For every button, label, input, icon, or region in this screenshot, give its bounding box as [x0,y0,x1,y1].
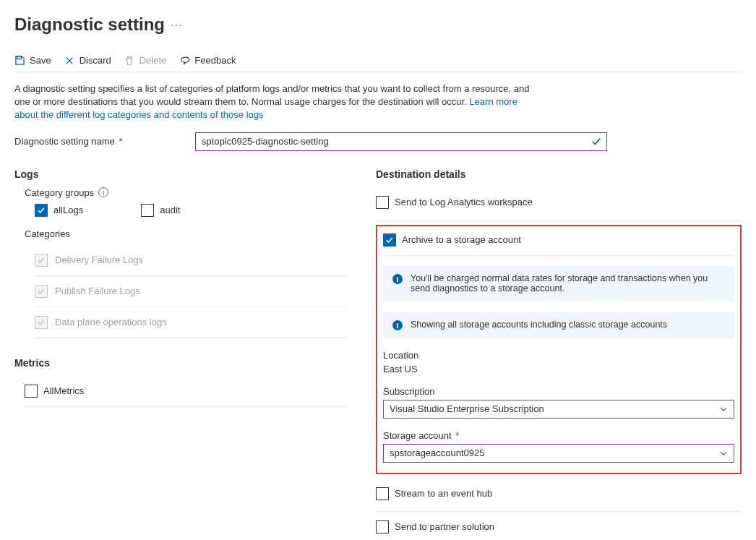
page-title: Diagnostic setting [14,14,165,35]
feedback-label: Feedback [194,55,236,66]
categories-label: Categories [25,228,347,239]
archive-label: Archive to a storage account [402,234,521,245]
category-checkbox [35,254,48,267]
chevron-down-icon [719,405,728,413]
location-label: Location [383,350,734,361]
setting-name-input[interactable] [195,132,607,151]
storage-select[interactable]: spstorageaccount0925 [383,444,734,463]
audit-label: audit [160,205,180,215]
category-groups-label: Category groups [25,187,94,198]
logs-heading: Logs [14,168,347,180]
info-icon: i [392,273,403,285]
eventhub-label: Stream to an event hub [395,488,492,499]
description-text: A diagnostic setting specifies a list of… [14,82,535,122]
storage-value: spstorageaccount0925 [390,447,485,458]
archive-highlight: Archive to a storage account i You'll be… [376,225,742,474]
send-law-label: Send to Log Analytics workspace [395,197,533,207]
info-banner: i You'll be charged normal data rates fo… [383,266,734,301]
svg-rect-0 [17,56,22,59]
alllogs-label: allLogs [53,205,83,215]
feedback-icon [179,55,190,66]
feedback-button[interactable]: Feedback [179,55,236,66]
send-law-checkbox[interactable]: Send to Log Analytics workspace [376,196,533,209]
svg-text:i: i [396,275,398,283]
save-button[interactable]: Save [14,55,51,66]
location-value: East US [383,364,734,374]
discard-label: Discard [80,55,111,66]
subscription-label: Subscription [383,386,734,397]
close-icon [64,55,75,66]
metrics-heading: Metrics [14,357,347,369]
partner-checkbox[interactable]: Send to partner solution [376,520,494,533]
delete-button: Delete [124,55,167,66]
chevron-down-icon [719,449,728,458]
allmetrics-label: AllMetrics [43,385,84,396]
info-icon: i [392,320,403,331]
svg-text:i: i [396,321,398,330]
save-icon [14,55,25,66]
toolbar: Save Discard Delete Feedback [14,49,742,72]
info-banner: i Showing all storage accounts including… [383,312,734,338]
audit-checkbox[interactable]: audit [141,204,180,217]
check-icon [591,137,601,147]
alllogs-checkbox[interactable]: allLogs [35,204,83,217]
category-checkbox [35,316,48,329]
more-menu-icon[interactable]: ··· [171,19,184,30]
destination-heading: Destination details [376,168,742,180]
setting-name-label: Diagnostic setting name * [14,136,166,147]
trash-icon [124,55,135,66]
category-checkbox [35,285,48,298]
storage-label: Storage account * [383,430,734,441]
archive-checkbox[interactable]: Archive to a storage account [383,233,521,247]
info-text: You'll be charged normal data rates for … [411,273,726,293]
info-icon[interactable]: i [98,187,108,197]
category-label: Publish Failure Logs [55,286,140,296]
info-text: Showing all storage accounts including c… [411,320,667,330]
category-label: Data plane operations logs [55,317,167,327]
category-label: Delivery Failure Logs [55,254,143,265]
eventhub-checkbox[interactable]: Stream to an event hub [376,487,492,500]
discard-button[interactable]: Discard [64,55,111,66]
subscription-select[interactable]: Visual Studio Enterprise Subscription [383,400,734,419]
allmetrics-checkbox[interactable]: AllMetrics [25,385,84,398]
delete-label: Delete [139,55,167,66]
subscription-value: Visual Studio Enterprise Subscription [390,403,544,414]
save-label: Save [30,55,51,66]
partner-label: Send to partner solution [395,521,494,532]
